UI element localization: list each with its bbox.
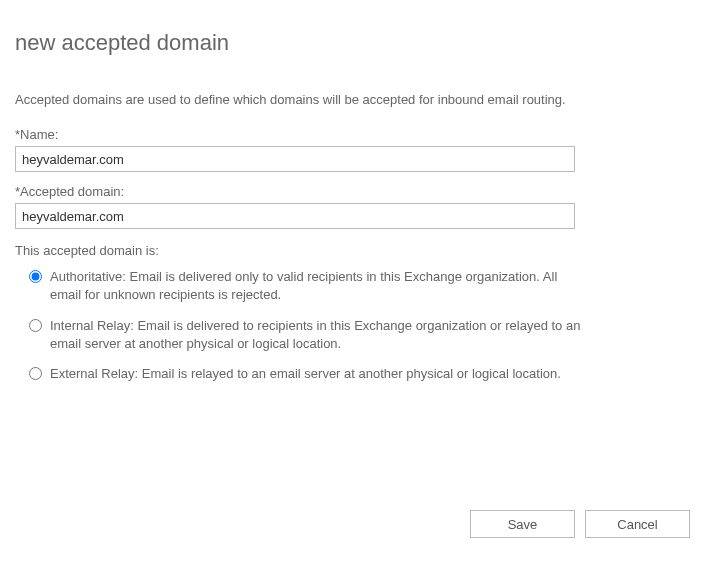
radio-option-authoritative: Authoritative: Email is delivered only t… (29, 268, 589, 304)
page-description: Accepted domains are used to define whic… (15, 91, 575, 109)
accepted-domain-label: *Accepted domain: (15, 184, 695, 199)
radio-external-relay-label[interactable]: External Relay: Email is relayed to an e… (50, 365, 561, 383)
radio-option-external-relay: External Relay: Email is relayed to an e… (29, 365, 589, 383)
domain-type-radio-group: Authoritative: Email is delivered only t… (29, 268, 695, 383)
name-input[interactable] (15, 146, 575, 172)
radio-option-internal-relay: Internal Relay: Email is delivered to re… (29, 317, 589, 353)
accepted-domain-field-group: *Accepted domain: (15, 184, 695, 229)
name-label: *Name: (15, 127, 695, 142)
page-title: new accepted domain (15, 30, 695, 56)
domain-type-section-label: This accepted domain is: (15, 243, 695, 258)
name-field-group: *Name: (15, 127, 695, 172)
save-button[interactable]: Save (470, 510, 575, 538)
radio-internal-relay[interactable] (29, 319, 42, 332)
radio-authoritative-label[interactable]: Authoritative: Email is delivered only t… (50, 268, 589, 304)
button-bar: Save Cancel (470, 510, 690, 538)
radio-authoritative[interactable] (29, 270, 42, 283)
radio-internal-relay-label[interactable]: Internal Relay: Email is delivered to re… (50, 317, 589, 353)
radio-external-relay[interactable] (29, 367, 42, 380)
cancel-button[interactable]: Cancel (585, 510, 690, 538)
accepted-domain-input[interactable] (15, 203, 575, 229)
